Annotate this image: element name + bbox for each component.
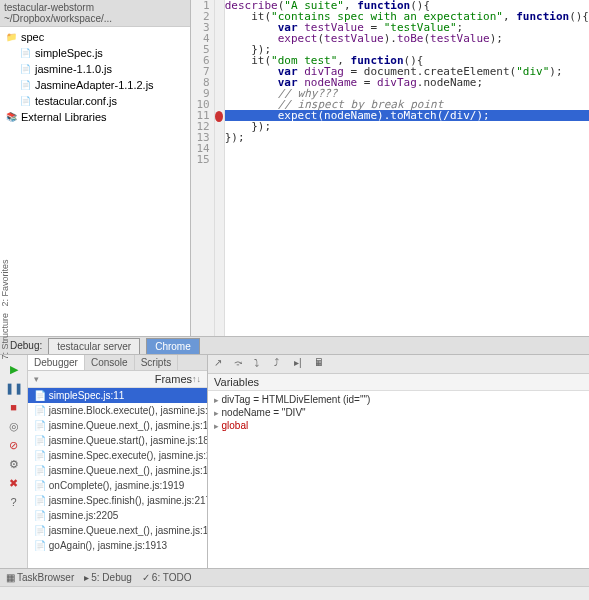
tree-label: External Libraries [21,111,107,123]
frame-row[interactable]: 📄 jasmine.Queue.start(), jasmine.js:1876 [28,433,207,448]
close-button[interactable]: ✖ [5,474,23,492]
tool-taskbrowser[interactable]: ▦ TaskBrowser [6,572,74,583]
tool-debug[interactable]: ▸ 5: Debug [84,572,132,583]
show-execution-point-button[interactable]: ↗ [214,357,228,371]
debug-area: ▶ ❚❚ ■ ◎ ⊘ ⚙ ✖ ? Debugger Console Script… [0,354,589,568]
frame-row[interactable]: 📄 jasmine.js:2205 [28,508,207,523]
frame-row[interactable]: 📄 goAgain(), jasmine.js:1913 [28,538,207,553]
line-gutter: 123456789101112131415 [191,0,215,336]
tree-root[interactable]: 📁 spec [0,29,190,45]
project-tree: 📁 spec 📄simpleSpec.js📄jasmine-1.1.0.js📄J… [0,27,190,127]
tree-file[interactable]: 📄simpleSpec.js [0,45,190,61]
stack-frame-icon: 📄 [34,510,49,521]
expand-icon[interactable]: ▸ [214,395,222,405]
step-toolbar: ↗ ⤼ ⤵ ⤴ ▸| 🖩 [208,355,589,374]
tab-debugger[interactable]: Debugger [28,355,85,370]
frame-row[interactable]: 📄 jasmine.Queue.next_(), jasmine.js:1923 [28,463,207,478]
step-over-button[interactable]: ⤼ [234,357,248,371]
variable-row[interactable]: ▸ nodeName = "DIV" [208,406,589,419]
file-icon: 📄 [18,78,32,92]
file-icon: 📄 [18,94,32,108]
pause-button[interactable]: ❚❚ [5,379,23,397]
code-area[interactable]: describe("A suite", function(){ it("cont… [225,0,589,336]
frames-list[interactable]: 📄 simpleSpec.js:11📄 jasmine.Block.execut… [28,388,207,568]
tree-label: simpleSpec.js [35,47,103,59]
file-icon: 📄 [18,62,32,76]
variable-row[interactable]: ▸ divTag = HTMLDivElement (id="") [208,393,589,406]
expand-icon[interactable]: ▸ [214,421,222,431]
breakpoint-column[interactable] [215,0,225,336]
variables-panel: ↗ ⤼ ⤵ ⤴ ▸| 🖩 Variables ▸ divTag = HTMLDi… [208,355,589,568]
frame-row[interactable]: 📄 onComplete(), jasmine.js:1919 [28,478,207,493]
tree-external[interactable]: 📚 External Libraries [0,109,190,125]
help-button[interactable]: ? [5,493,23,511]
settings-button[interactable]: ⚙ [5,455,23,473]
debug-run-controls: ▶ ❚❚ ■ ◎ ⊘ ⚙ ✖ ? [0,355,28,568]
stack-frame-icon: 📄 [34,465,49,476]
tree-file[interactable]: 📄testacular.conf.js [0,93,190,109]
strip-structure[interactable]: 7: Structure [0,313,14,360]
expand-icon[interactable]: ▸ [214,408,222,418]
frame-row[interactable]: 📄 simpleSpec.js:11 [28,388,207,403]
variable-row[interactable]: ▸ global [208,419,589,432]
code-line[interactable] [225,143,589,154]
folder-icon: 📁 [4,30,18,44]
code-line[interactable]: expect(nodeName).toMatch(/div/); [225,110,589,121]
step-out-button[interactable]: ⤴ [274,357,288,371]
next-frame-button[interactable]: ↓ [197,374,202,384]
tree-label: jasmine-1.1.0.js [35,63,112,75]
tab-chrome[interactable]: Chrome [146,338,200,354]
stack-frame-icon: 📄 [34,405,49,416]
variables-list[interactable]: ▸ divTag = HTMLDivElement (id="")▸ nodeN… [208,391,589,568]
code-line[interactable]: }); [225,132,589,143]
breakpoint-icon[interactable] [215,111,223,122]
tree-file[interactable]: 📄JasmineAdapter-1.1.2.js [0,77,190,93]
tree-label: spec [21,31,44,43]
project-header: testacular-webstorm ~/Dropbox/workspace/… [0,0,190,27]
step-into-button[interactable]: ⤵ [254,357,268,371]
code-editor[interactable]: 123456789101112131415 describe("A suite"… [191,0,589,336]
frame-row[interactable]: 📄 jasmine.Queue.next_(), jasmine.js:1933 [28,523,207,538]
stack-frame-icon: 📄 [34,450,49,461]
frame-row[interactable]: 📄 jasmine.Spec.execute(), jasmine.js:220… [28,448,207,463]
code-line[interactable]: expect(testValue).toBe(testValue); [225,33,589,44]
tab-console[interactable]: Console [85,355,135,370]
stack-frame-icon: 📄 [34,495,49,506]
mute-breakpoints-button[interactable]: ⊘ [5,436,23,454]
code-line[interactable] [225,154,589,165]
file-icon: 📄 [18,46,32,60]
stack-frame-icon: 📄 [34,540,49,551]
library-icon: 📚 [4,110,18,124]
view-breakpoints-button[interactable]: ◎ [5,417,23,435]
arrow-down-icon[interactable]: ▾ [34,374,155,384]
debug-inner-tabs: Debugger Console Scripts [28,355,207,371]
tree-file[interactable]: 📄jasmine-1.1.0.js [0,61,190,77]
tool-todo[interactable]: ✓ 6: TODO [142,572,192,583]
stop-button[interactable]: ■ [5,398,23,416]
status-bar [0,586,589,600]
resume-button[interactable]: ▶ [5,360,23,378]
frame-row[interactable]: 📄 jasmine.Block.execute(), jasmine.js:11… [28,403,207,418]
stack-frame-icon: 📄 [34,390,49,401]
frame-row[interactable]: 📄 jasmine.Queue.next_(), jasmine.js:1923 [28,418,207,433]
tree-label: JasmineAdapter-1.1.2.js [35,79,154,91]
frame-row[interactable]: 📄 jasmine.Spec.finish(), jasmine.js:2178 [28,493,207,508]
frames-title: Frames [155,373,192,385]
project-panel: testacular-webstorm ~/Dropbox/workspace/… [0,0,191,336]
code-line[interactable]: }); [225,121,589,132]
run-to-cursor-button[interactable]: ▸| [294,357,308,371]
tab-server[interactable]: testacular server [48,338,140,354]
bottom-tool-bar: ▦ TaskBrowser ▸ 5: Debug ✓ 6: TODO [0,568,589,586]
stack-frame-icon: 📄 [34,435,49,446]
stack-frame-icon: 📄 [34,525,49,536]
stack-frame-icon: 📄 [34,420,49,431]
debug-label: Debug: [10,340,42,351]
frames-header: ▾ Frames ↑ ↓ [28,371,207,388]
variables-header: Variables [208,374,589,391]
stack-frame-icon: 📄 [34,480,49,491]
tab-scripts[interactable]: Scripts [135,355,179,370]
frames-panel: Debugger Console Scripts ▾ Frames ↑ ↓ 📄 … [28,355,208,568]
variables-title: Variables [214,376,583,388]
evaluate-button[interactable]: 🖩 [314,357,328,371]
strip-favorites[interactable]: 2: Favorites [0,260,14,307]
